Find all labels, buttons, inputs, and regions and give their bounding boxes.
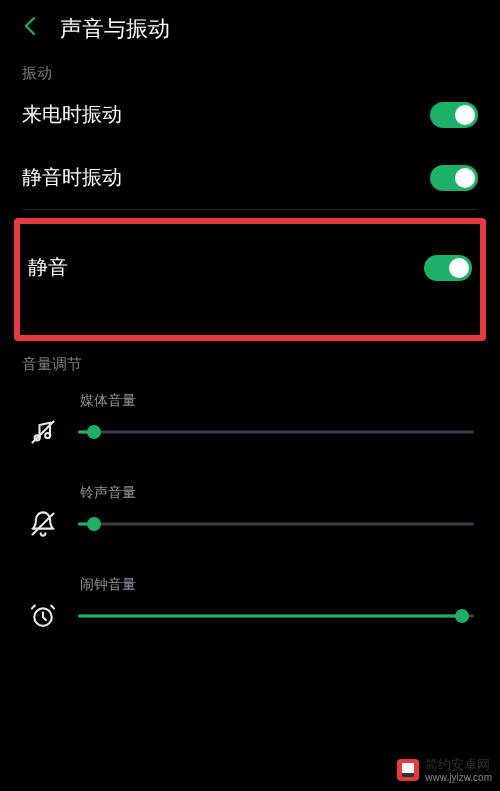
alarm-clock-icon xyxy=(22,602,64,630)
slider-label: 铃声音量 xyxy=(80,484,478,502)
volume-section: 音量调节 媒体音量 铃声音量 xyxy=(0,351,500,632)
toggle-vibrate-on-silent[interactable] xyxy=(430,165,478,191)
slider-label: 媒体音量 xyxy=(80,392,478,410)
volume-alarm: 闹钟音量 xyxy=(22,576,478,632)
slider-media[interactable] xyxy=(78,416,474,448)
section-label-vibration: 振动 xyxy=(0,58,500,83)
header-bar: 声音与振动 xyxy=(0,0,500,58)
slider-ring[interactable] xyxy=(78,508,474,540)
volume-ring: 铃声音量 xyxy=(22,484,478,540)
watermark: 简约安卓网 www.jyizw.com xyxy=(397,758,492,783)
row-label: 静音 xyxy=(28,254,68,281)
section-label-volume: 音量调节 xyxy=(22,355,478,374)
toggle-knob xyxy=(455,168,475,188)
watermark-url: www.jyizw.com xyxy=(425,772,492,783)
highlight-annotation: 静音 xyxy=(14,218,486,341)
divider xyxy=(22,209,478,210)
row-vibrate-on-silent[interactable]: 静音时振动 xyxy=(0,146,500,209)
toggle-knob xyxy=(455,105,475,125)
toggle-knob xyxy=(449,258,469,278)
media-mute-icon xyxy=(22,418,64,446)
volume-media: 媒体音量 xyxy=(22,392,478,448)
watermark-logo-icon xyxy=(397,759,419,781)
row-label: 静音时振动 xyxy=(22,164,122,191)
slider-label: 闹钟音量 xyxy=(80,576,478,594)
slider-alarm[interactable] xyxy=(78,600,474,632)
row-label: 来电时振动 xyxy=(22,101,122,128)
watermark-name: 简约安卓网 xyxy=(425,758,492,772)
row-mute[interactable]: 静音 xyxy=(20,236,480,299)
settings-screen: 声音与振动 振动 来电时振动 静音时振动 静音 音量调节 媒体音量 xyxy=(0,0,500,791)
page-title: 声音与振动 xyxy=(60,14,170,44)
svg-point-1 xyxy=(45,433,50,438)
row-vibrate-on-ring[interactable]: 来电时振动 xyxy=(0,83,500,146)
toggle-mute[interactable] xyxy=(424,255,472,281)
back-icon[interactable] xyxy=(18,14,42,44)
toggle-vibrate-on-ring[interactable] xyxy=(430,102,478,128)
bell-mute-icon xyxy=(22,510,64,538)
